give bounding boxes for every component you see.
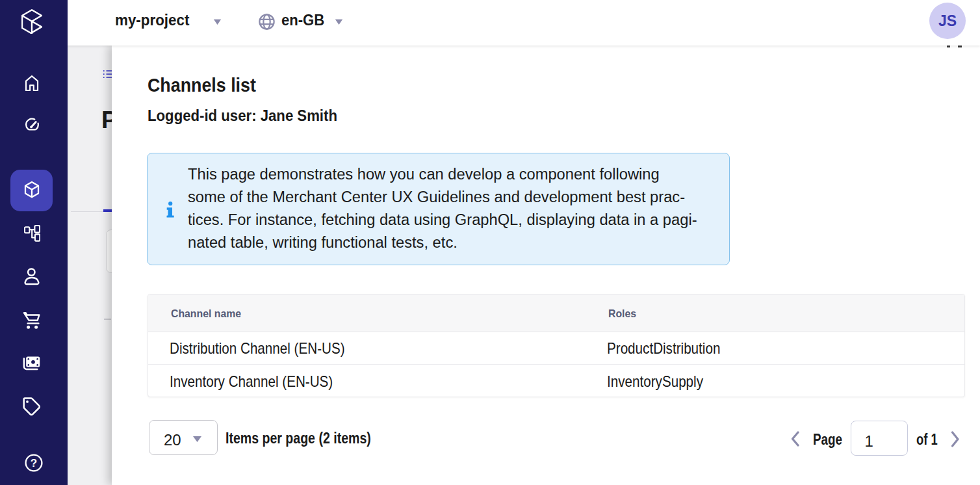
svg-text:?: ? <box>31 457 37 469</box>
